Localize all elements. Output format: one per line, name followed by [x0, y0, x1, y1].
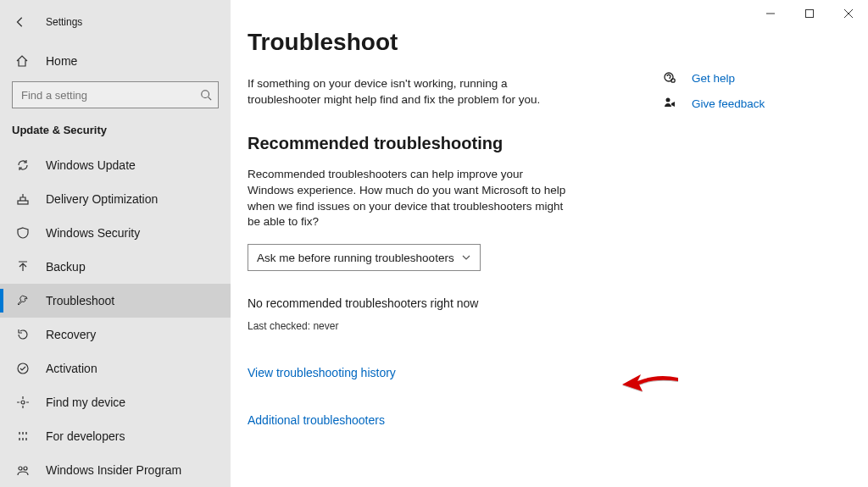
- sidebar-item-label: Troubleshoot: [46, 294, 114, 307]
- section-heading: Recommended troubleshooting: [248, 134, 663, 153]
- sidebar-item-label: Delivery Optimization: [46, 192, 158, 206]
- category-header: Update & Security: [0, 108, 231, 143]
- maximize-button[interactable]: [790, 0, 829, 27]
- nav-list: Windows Update Delivery Optimization Win…: [0, 148, 231, 487]
- svg-point-9: [666, 98, 670, 102]
- close-button[interactable]: [829, 0, 868, 27]
- search-input[interactable]: [12, 81, 219, 108]
- select-value: Ask me before running troubleshooters: [257, 252, 454, 264]
- svg-rect-6: [806, 10, 814, 18]
- sidebar-item-label: Windows Update: [46, 158, 136, 172]
- svg-point-2: [18, 363, 28, 374]
- get-help-link[interactable]: Get help: [692, 72, 735, 85]
- main-panel: Troubleshoot If something on your device…: [231, 0, 868, 487]
- feedback-icon: [663, 97, 680, 110]
- sidebar-item-recovery[interactable]: Recovery: [0, 318, 231, 351]
- sidebar-item-windows-update[interactable]: Windows Update: [0, 148, 231, 182]
- developer-icon: [15, 429, 31, 443]
- home-label: Home: [46, 54, 77, 68]
- sidebar-item-for-developers[interactable]: For developers: [0, 419, 231, 453]
- sidebar-item-delivery-optimization[interactable]: Delivery Optimization: [0, 182, 231, 216]
- minimize-icon: [766, 9, 775, 18]
- sidebar-item-backup[interactable]: Backup: [0, 250, 231, 284]
- sidebar-item-label: Backup: [46, 260, 86, 274]
- chevron-down-icon: [461, 252, 471, 263]
- help-icon: [663, 71, 680, 85]
- additional-troubleshooters-link[interactable]: Additional troubleshooters: [248, 413, 385, 427]
- svg-point-3: [21, 401, 25, 404]
- sidebar-item-label: Find my device: [46, 396, 125, 409]
- sidebar: Settings Home Update & Security Windows …: [0, 0, 231, 487]
- svg-point-5: [24, 467, 27, 470]
- home-icon: [15, 54, 31, 68]
- home-button[interactable]: Home: [0, 44, 231, 78]
- wrench-icon: [15, 294, 31, 307]
- sidebar-item-windows-insider[interactable]: Windows Insider Program: [0, 453, 231, 487]
- maximize-icon: [805, 9, 814, 18]
- location-icon: [15, 396, 31, 409]
- sidebar-item-label: Activation: [46, 362, 97, 375]
- last-checked-text: Last checked: never: [248, 320, 663, 332]
- backup-icon: [15, 260, 31, 274]
- give-feedback-link[interactable]: Give feedback: [692, 97, 765, 110]
- check-circle-icon: [15, 362, 31, 375]
- troubleshoot-preference-select[interactable]: Ask me before running troubleshooters: [248, 244, 481, 271]
- status-text: No recommended troubleshooters right now: [248, 296, 663, 310]
- back-button[interactable]: [10, 12, 31, 32]
- sidebar-item-label: For developers: [46, 429, 125, 443]
- section-description: Recommended troubleshooters can help imp…: [248, 167, 570, 231]
- svg-point-4: [19, 467, 22, 470]
- sidebar-item-windows-security[interactable]: Windows Security: [0, 216, 231, 250]
- sidebar-item-find-my-device[interactable]: Find my device: [0, 385, 231, 419]
- intro-text: If something on your device isn't workin…: [248, 76, 570, 108]
- shield-icon: [15, 226, 31, 240]
- svg-rect-1: [18, 201, 28, 204]
- arrow-left-icon: [14, 16, 26, 28]
- sidebar-item-troubleshoot[interactable]: Troubleshoot: [0, 284, 231, 318]
- close-icon: [844, 9, 853, 18]
- minimize-button[interactable]: [751, 0, 790, 27]
- sidebar-item-label: Windows Insider Program: [46, 463, 181, 477]
- sidebar-item-activation[interactable]: Activation: [0, 351, 231, 385]
- delivery-icon: [15, 192, 31, 206]
- sidebar-item-label: Recovery: [46, 328, 96, 341]
- view-history-link[interactable]: View troubleshooting history: [248, 366, 396, 379]
- refresh-icon: [15, 158, 31, 172]
- insider-icon: [15, 463, 31, 477]
- page-title: Troubleshoot: [248, 29, 663, 56]
- window-controls: [751, 0, 868, 27]
- sidebar-item-label: Windows Security: [46, 226, 140, 240]
- app-title: Settings: [46, 16, 82, 28]
- recovery-icon: [15, 328, 31, 341]
